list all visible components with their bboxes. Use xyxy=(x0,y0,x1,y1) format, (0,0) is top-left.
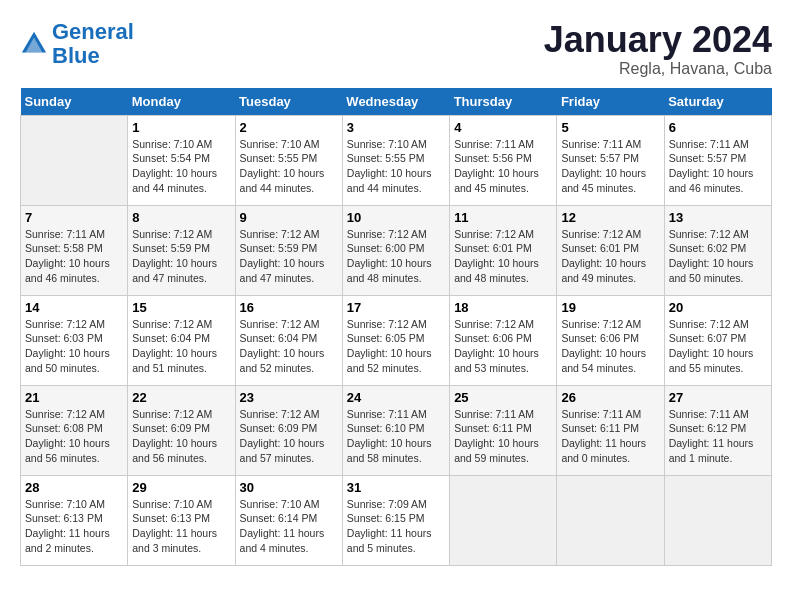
calendar-table: SundayMondayTuesdayWednesdayThursdayFrid… xyxy=(20,88,772,566)
day-info: Sunrise: 7:11 AMSunset: 5:57 PMDaylight:… xyxy=(669,137,767,196)
logo-icon xyxy=(20,30,48,58)
calendar-header-row: SundayMondayTuesdayWednesdayThursdayFrid… xyxy=(21,88,772,116)
calendar-cell: 26Sunrise: 7:11 AMSunset: 6:11 PMDayligh… xyxy=(557,385,664,475)
day-header-saturday: Saturday xyxy=(664,88,771,116)
calendar-cell: 9Sunrise: 7:12 AMSunset: 5:59 PMDaylight… xyxy=(235,205,342,295)
day-info: Sunrise: 7:12 AMSunset: 5:59 PMDaylight:… xyxy=(240,227,338,286)
calendar-cell: 17Sunrise: 7:12 AMSunset: 6:05 PMDayligh… xyxy=(342,295,449,385)
day-info: Sunrise: 7:11 AMSunset: 5:58 PMDaylight:… xyxy=(25,227,123,286)
calendar-cell: 12Sunrise: 7:12 AMSunset: 6:01 PMDayligh… xyxy=(557,205,664,295)
day-number: 12 xyxy=(561,210,659,225)
calendar-cell: 2Sunrise: 7:10 AMSunset: 5:55 PMDaylight… xyxy=(235,115,342,205)
day-info: Sunrise: 7:10 AMSunset: 5:55 PMDaylight:… xyxy=(240,137,338,196)
calendar-cell: 29Sunrise: 7:10 AMSunset: 6:13 PMDayligh… xyxy=(128,475,235,565)
calendar-cell: 5Sunrise: 7:11 AMSunset: 5:57 PMDaylight… xyxy=(557,115,664,205)
day-number: 22 xyxy=(132,390,230,405)
day-header-monday: Monday xyxy=(128,88,235,116)
calendar-cell: 30Sunrise: 7:10 AMSunset: 6:14 PMDayligh… xyxy=(235,475,342,565)
day-info: Sunrise: 7:12 AMSunset: 6:08 PMDaylight:… xyxy=(25,407,123,466)
day-info: Sunrise: 7:12 AMSunset: 6:04 PMDaylight:… xyxy=(240,317,338,376)
day-info: Sunrise: 7:12 AMSunset: 6:02 PMDaylight:… xyxy=(669,227,767,286)
day-number: 1 xyxy=(132,120,230,135)
logo: GeneralBlue xyxy=(20,20,134,68)
day-info: Sunrise: 7:12 AMSunset: 6:04 PMDaylight:… xyxy=(132,317,230,376)
day-info: Sunrise: 7:10 AMSunset: 6:13 PMDaylight:… xyxy=(132,497,230,556)
day-info: Sunrise: 7:10 AMSunset: 5:54 PMDaylight:… xyxy=(132,137,230,196)
day-info: Sunrise: 7:12 AMSunset: 6:09 PMDaylight:… xyxy=(132,407,230,466)
logo-text: GeneralBlue xyxy=(52,20,134,68)
calendar-cell: 23Sunrise: 7:12 AMSunset: 6:09 PMDayligh… xyxy=(235,385,342,475)
day-number: 24 xyxy=(347,390,445,405)
day-number: 5 xyxy=(561,120,659,135)
calendar-cell xyxy=(664,475,771,565)
day-number: 14 xyxy=(25,300,123,315)
day-header-sunday: Sunday xyxy=(21,88,128,116)
day-info: Sunrise: 7:10 AMSunset: 5:55 PMDaylight:… xyxy=(347,137,445,196)
day-info: Sunrise: 7:11 AMSunset: 6:11 PMDaylight:… xyxy=(454,407,552,466)
calendar-cell: 6Sunrise: 7:11 AMSunset: 5:57 PMDaylight… xyxy=(664,115,771,205)
week-row-4: 21Sunrise: 7:12 AMSunset: 6:08 PMDayligh… xyxy=(21,385,772,475)
day-info: Sunrise: 7:12 AMSunset: 6:06 PMDaylight:… xyxy=(561,317,659,376)
day-number: 3 xyxy=(347,120,445,135)
day-number: 15 xyxy=(132,300,230,315)
day-number: 6 xyxy=(669,120,767,135)
day-number: 7 xyxy=(25,210,123,225)
day-number: 18 xyxy=(454,300,552,315)
week-row-2: 7Sunrise: 7:11 AMSunset: 5:58 PMDaylight… xyxy=(21,205,772,295)
day-number: 20 xyxy=(669,300,767,315)
day-number: 11 xyxy=(454,210,552,225)
day-info: Sunrise: 7:12 AMSunset: 6:03 PMDaylight:… xyxy=(25,317,123,376)
day-number: 23 xyxy=(240,390,338,405)
day-info: Sunrise: 7:12 AMSunset: 6:06 PMDaylight:… xyxy=(454,317,552,376)
day-info: Sunrise: 7:12 AMSunset: 6:01 PMDaylight:… xyxy=(561,227,659,286)
day-number: 29 xyxy=(132,480,230,495)
calendar-cell: 15Sunrise: 7:12 AMSunset: 6:04 PMDayligh… xyxy=(128,295,235,385)
day-number: 26 xyxy=(561,390,659,405)
day-info: Sunrise: 7:10 AMSunset: 6:14 PMDaylight:… xyxy=(240,497,338,556)
day-number: 17 xyxy=(347,300,445,315)
day-number: 19 xyxy=(561,300,659,315)
week-row-1: 1Sunrise: 7:10 AMSunset: 5:54 PMDaylight… xyxy=(21,115,772,205)
calendar-cell: 13Sunrise: 7:12 AMSunset: 6:02 PMDayligh… xyxy=(664,205,771,295)
calendar-cell: 4Sunrise: 7:11 AMSunset: 5:56 PMDaylight… xyxy=(450,115,557,205)
calendar-cell xyxy=(450,475,557,565)
week-row-3: 14Sunrise: 7:12 AMSunset: 6:03 PMDayligh… xyxy=(21,295,772,385)
calendar-cell: 28Sunrise: 7:10 AMSunset: 6:13 PMDayligh… xyxy=(21,475,128,565)
day-number: 16 xyxy=(240,300,338,315)
day-number: 9 xyxy=(240,210,338,225)
calendar-cell: 25Sunrise: 7:11 AMSunset: 6:11 PMDayligh… xyxy=(450,385,557,475)
day-number: 4 xyxy=(454,120,552,135)
day-info: Sunrise: 7:12 AMSunset: 6:07 PMDaylight:… xyxy=(669,317,767,376)
day-number: 27 xyxy=(669,390,767,405)
month-title: January 2024 xyxy=(544,20,772,60)
calendar-cell: 8Sunrise: 7:12 AMSunset: 5:59 PMDaylight… xyxy=(128,205,235,295)
day-number: 31 xyxy=(347,480,445,495)
day-number: 25 xyxy=(454,390,552,405)
day-header-wednesday: Wednesday xyxy=(342,88,449,116)
calendar-cell xyxy=(557,475,664,565)
day-number: 2 xyxy=(240,120,338,135)
calendar-cell: 18Sunrise: 7:12 AMSunset: 6:06 PMDayligh… xyxy=(450,295,557,385)
day-info: Sunrise: 7:11 AMSunset: 5:56 PMDaylight:… xyxy=(454,137,552,196)
calendar-cell: 11Sunrise: 7:12 AMSunset: 6:01 PMDayligh… xyxy=(450,205,557,295)
day-number: 30 xyxy=(240,480,338,495)
day-info: Sunrise: 7:09 AMSunset: 6:15 PMDaylight:… xyxy=(347,497,445,556)
day-number: 13 xyxy=(669,210,767,225)
calendar-cell: 1Sunrise: 7:10 AMSunset: 5:54 PMDaylight… xyxy=(128,115,235,205)
day-info: Sunrise: 7:11 AMSunset: 6:11 PMDaylight:… xyxy=(561,407,659,466)
day-number: 28 xyxy=(25,480,123,495)
calendar-cell: 14Sunrise: 7:12 AMSunset: 6:03 PMDayligh… xyxy=(21,295,128,385)
day-info: Sunrise: 7:12 AMSunset: 6:00 PMDaylight:… xyxy=(347,227,445,286)
day-info: Sunrise: 7:12 AMSunset: 6:01 PMDaylight:… xyxy=(454,227,552,286)
day-number: 21 xyxy=(25,390,123,405)
day-info: Sunrise: 7:10 AMSunset: 6:13 PMDaylight:… xyxy=(25,497,123,556)
day-info: Sunrise: 7:11 AMSunset: 5:57 PMDaylight:… xyxy=(561,137,659,196)
calendar-cell: 27Sunrise: 7:11 AMSunset: 6:12 PMDayligh… xyxy=(664,385,771,475)
calendar-cell: 19Sunrise: 7:12 AMSunset: 6:06 PMDayligh… xyxy=(557,295,664,385)
day-header-thursday: Thursday xyxy=(450,88,557,116)
page-header: GeneralBlue January 2024 Regla, Havana, … xyxy=(20,20,772,78)
calendar-cell: 21Sunrise: 7:12 AMSunset: 6:08 PMDayligh… xyxy=(21,385,128,475)
calendar-cell: 22Sunrise: 7:12 AMSunset: 6:09 PMDayligh… xyxy=(128,385,235,475)
day-info: Sunrise: 7:11 AMSunset: 6:12 PMDaylight:… xyxy=(669,407,767,466)
day-header-friday: Friday xyxy=(557,88,664,116)
